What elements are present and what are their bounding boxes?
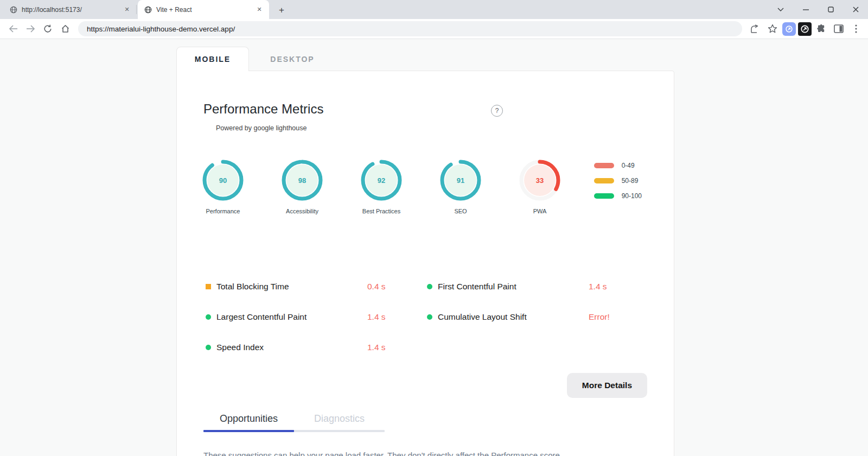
tab-title: Vite + React (156, 6, 251, 14)
metric-row: First Contentful Paint 1.4 s (427, 278, 621, 294)
metric-row: Speed Index 1.4 s (206, 339, 400, 355)
legend-range-label: 50-89 (622, 177, 639, 185)
globe-favicon-icon (10, 6, 17, 14)
page-subtitle: Powered by google lighthouse (216, 124, 323, 132)
metric-row: Cumulative Layout Shift Error! (427, 309, 621, 325)
legend-range-label: 0-49 (622, 162, 635, 169)
metric-value: Error! (589, 312, 610, 322)
tab-diagnostics[interactable]: Diagnostics (294, 413, 385, 432)
browser-tabstrip: http://localhost:5173/ ✕ Vite + React ✕ … (0, 0, 868, 19)
window-maximize-button[interactable] (818, 0, 843, 19)
extension-black-icon[interactable] (798, 22, 812, 36)
gauge-best-practices: 92 Best Practices (342, 157, 421, 214)
window-menu-chevron-icon[interactable] (768, 0, 793, 19)
score-legend: 0-49 50-89 90-100 (594, 162, 642, 200)
metric-row: Total Blocking Time 0.4 s (206, 278, 400, 294)
tab-close-icon[interactable]: ✕ (255, 5, 264, 14)
tab-mobile-label: MOBILE (195, 55, 231, 64)
metric-value: 0.4 s (367, 282, 386, 292)
legend-row: 90-100 (594, 192, 642, 200)
gauge-pwa: 33 PWA (500, 157, 579, 214)
gauge-seo: 91 SEO (421, 157, 500, 214)
back-button[interactable] (5, 21, 21, 37)
legend-row: 50-89 (594, 177, 642, 185)
metric-label: First Contentful Paint (438, 282, 589, 292)
gauge-label: Performance (206, 208, 240, 214)
url-text: https://materialui-lighthouse-demo.verce… (87, 25, 235, 33)
gauge-ring: 90 (200, 157, 246, 203)
gauge-value: 90 (200, 157, 246, 203)
extensions-puzzle-icon[interactable] (814, 21, 829, 36)
gauge-ring: 91 (438, 157, 483, 203)
gauge-performance: 90 Performance (183, 157, 263, 214)
tab-close-icon[interactable]: ✕ (123, 5, 131, 14)
metric-value: 1.4 s (367, 343, 386, 352)
tab-title: http://localhost:5173/ (22, 6, 118, 14)
browser-tab-localhost[interactable]: http://localhost:5173/ ✕ (3, 0, 137, 19)
new-tab-button[interactable]: + (275, 3, 289, 17)
kebab-menu-icon[interactable] (848, 21, 864, 36)
more-details-button[interactable]: More Details (567, 373, 647, 398)
gauge-ring: 98 (279, 157, 325, 203)
gauge-ring: 33 (517, 157, 563, 203)
metric-label: Speed Index (216, 343, 367, 352)
tab-divider (136, 5, 137, 14)
legend-color-pill (594, 193, 614, 199)
metric-label: Cumulative Layout Shift (438, 312, 589, 322)
section-tabs: Opportunities Diagnostics (203, 413, 647, 432)
metric-bullet-icon (206, 314, 211, 320)
metric-empty-cell (427, 339, 621, 355)
extension-blue-icon[interactable] (782, 22, 796, 36)
legend-row: 0-49 (594, 162, 642, 169)
opportunities-description: These suggestions can help your page loa… (203, 451, 647, 456)
active-tab-underline (203, 430, 294, 432)
address-bar[interactable]: https://materialui-lighthouse-demo.verce… (78, 21, 742, 36)
tab-desktop[interactable]: DESKTOP (249, 47, 336, 71)
tab-desktop-label: DESKTOP (270, 55, 314, 64)
metric-value: 1.4 s (367, 312, 386, 322)
gauge-label: Accessibility (286, 208, 318, 214)
metric-bullet-icon (206, 284, 211, 289)
gauge-value: 91 (438, 157, 483, 203)
tab-mobile[interactable]: MOBILE (176, 47, 249, 71)
help-icon[interactable]: ? (491, 105, 503, 117)
metric-bullet-icon (427, 284, 432, 289)
performance-card: Performance Metrics Powered by google li… (176, 71, 674, 456)
metric-row: Largest Contentful Paint 1.4 s (206, 309, 400, 325)
page-content: MOBILE DESKTOP Performance Metrics Power… (0, 39, 868, 455)
gauge-value: 92 (359, 157, 404, 203)
share-icon[interactable] (748, 21, 763, 36)
bookmark-star-icon[interactable] (765, 21, 780, 36)
metric-label: Total Blocking Time (216, 282, 367, 292)
gauge-value: 98 (279, 157, 325, 203)
gauge-ring: 92 (359, 157, 404, 203)
legend-range-label: 90-100 (622, 192, 642, 200)
reload-button[interactable] (40, 21, 56, 37)
metrics-grid: Total Blocking Time 0.4 s First Contentf… (206, 278, 647, 355)
gauge-value: 33 (517, 157, 563, 203)
metric-value: 1.4 s (589, 282, 607, 292)
window-close-button[interactable] (843, 0, 868, 19)
browser-tab-vite-react[interactable]: Vite + React ✕ (138, 0, 269, 19)
metric-label: Largest Contentful Paint (216, 312, 367, 322)
gauge-label: PWA (533, 208, 547, 214)
gauge-accessibility: 98 Accessibility (263, 157, 342, 214)
gauge-label: SEO (454, 208, 467, 214)
legend-color-pill (594, 178, 614, 183)
metric-bullet-icon (206, 345, 211, 350)
metric-bullet-icon (427, 314, 432, 320)
gauges-row: 90 Performance 98 Accessibility 92 Best … (183, 157, 647, 214)
home-button[interactable] (57, 21, 73, 37)
device-tabs: MOBILE DESKTOP (176, 47, 336, 71)
forward-button[interactable] (22, 21, 39, 37)
window-minimize-button[interactable] (793, 0, 818, 19)
gauge-label: Best Practices (362, 208, 400, 214)
idle-tab-underline (294, 430, 385, 432)
browser-toolbar: https://materialui-lighthouse-demo.verce… (0, 19, 868, 39)
tab-opportunities[interactable]: Opportunities (203, 413, 294, 432)
globe-favicon-icon (144, 6, 152, 14)
legend-color-pill (594, 163, 614, 168)
side-panel-icon[interactable] (831, 21, 846, 36)
page-title: Performance Metrics (203, 102, 323, 117)
